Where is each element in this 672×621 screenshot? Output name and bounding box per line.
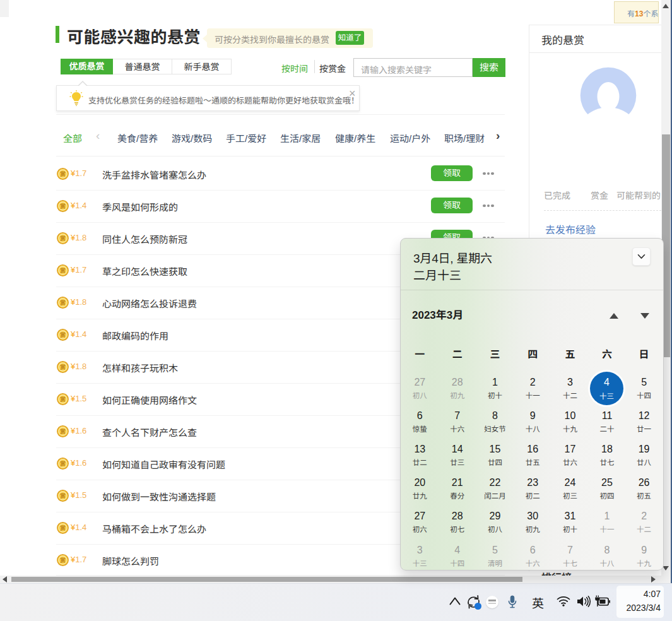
svg-text:赏: 赏 — [60, 523, 66, 531]
svg-text:赏: 赏 — [60, 459, 66, 467]
svg-text:赏: 赏 — [60, 555, 66, 564]
svg-text:赏: 赏 — [60, 491, 66, 499]
svg-text:赏: 赏 — [60, 201, 66, 210]
svg-text:赏: 赏 — [60, 266, 66, 274]
svg-text:赏: 赏 — [60, 234, 66, 242]
svg-text:赏: 赏 — [60, 362, 66, 370]
svg-text:赏: 赏 — [60, 169, 66, 177]
svg-text:赏: 赏 — [60, 427, 66, 435]
svg-text:赏: 赏 — [60, 394, 66, 403]
svg-text:赏: 赏 — [60, 298, 66, 306]
svg-text:赏: 赏 — [60, 330, 66, 338]
